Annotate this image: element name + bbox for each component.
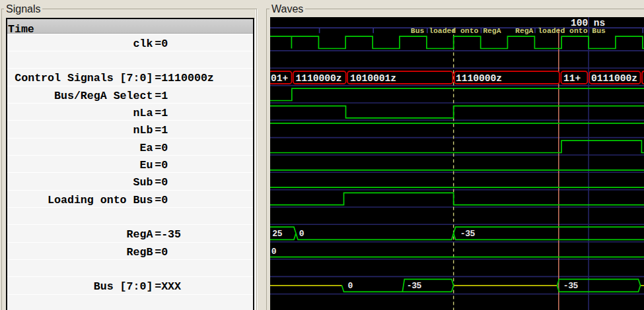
svg-text:1010001z: 1010001z [350, 73, 396, 84]
svg-text:-35: -35 [563, 281, 578, 291]
svg-text:0: 0 [271, 247, 276, 257]
svg-text:0111000z: 0111000z [591, 73, 637, 84]
svg-text:1110000z: 1110000z [295, 73, 341, 84]
svg-text:-35: -35 [406, 281, 421, 291]
svg-text:1110000z: 1110000z [456, 73, 502, 84]
svg-text:0: 0 [299, 229, 304, 239]
svg-text:25: 25 [272, 229, 282, 239]
svg-text:11+: 11+ [563, 73, 581, 84]
svg-text:RegA loaded onto Bus: RegA loaded onto Bus [515, 27, 606, 35]
svg-text:Bus loaded onto RegA: Bus loaded onto RegA [410, 27, 501, 35]
svg-text:-35: -35 [460, 229, 475, 239]
svg-text:01+: 01+ [271, 73, 289, 84]
svg-text:0: 0 [347, 281, 353, 291]
